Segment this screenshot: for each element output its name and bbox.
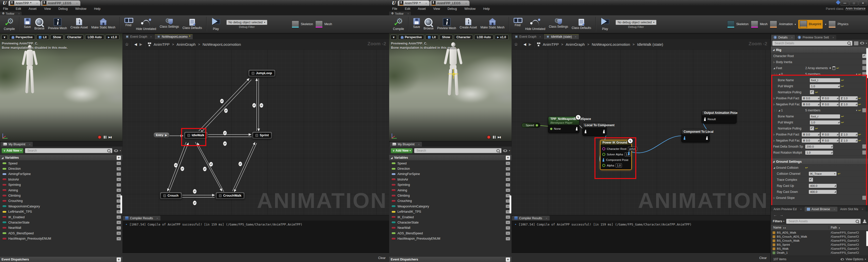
variable-row[interactable]: HasWeapon_PreviouslyENUM ~ [0,236,122,241]
mode-physics[interactable]: Physics [829,21,848,28]
close-icon[interactable]: × [834,208,835,211]
component-pose-input-pin[interactable] [602,158,604,162]
reset-to-default-icon[interactable]: ↩ [859,109,861,112]
variable-row[interactable]: Climbing ~ [389,193,512,198]
speed-variable-node[interactable]: Speed [521,123,540,128]
close-tab-icon[interactable]: × [76,2,78,5]
checkbox-unchecked[interactable] [862,196,867,200]
toolbar-button[interactable]: Hide Unrelated [523,17,547,31]
vector-z-input[interactable]: Z1.0 [840,102,858,106]
property-row-positive-pull-factor[interactable]: ▷Positive Pull Fact X0.0 Y0.0 Z1.0 ↩ [771,132,868,138]
asset-row[interactable]: BS_ADS_Walk /Game/FPS_Game/Cl [771,231,868,235]
step-forward-button[interactable]: ▶ [108,136,112,139]
show-button[interactable]: Show [51,35,63,40]
anim-graph-canvas[interactable]: ANIMATION Speed ϟ TPP_NoWeaponBlendSpace… [512,49,770,216]
array-element-header[interactable]: ⋮⋮◢0 5 members▾↩ [771,71,868,77]
variable-wave-icon[interactable]: ~ [117,226,121,230]
tab-asset-browser[interactable]: Asset Browse× [805,207,838,212]
checkbox-unchecked[interactable] [862,66,867,70]
property-row-pull-weight[interactable]: Pull Weight1.0↩ [771,119,868,125]
variable-row[interactable]: HasWeapon_PreviouslyENUM ~ [389,236,512,241]
checkbox-unchecked[interactable] [862,150,867,155]
pose-output-pin[interactable] [603,130,605,133]
property-row-ground-collision[interactable]: ◢Ground Collision↩ [771,165,868,171]
variable-wave-icon[interactable]: ~ [506,221,510,224]
variable-wave-icon[interactable]: ~ [117,237,121,240]
checkbox-unchecked[interactable] [862,144,867,149]
close-tab-icon[interactable]: × [465,2,467,5]
asset-row[interactable]: BS_Sprint /Game/FPS_Game/Cl [771,242,868,247]
step-forward-button[interactable]: ▶ [498,136,501,139]
vector-x-input[interactable]: X0.0 [802,133,820,137]
toolbar-button[interactable]: Create Asset [458,17,479,30]
add-variable-button[interactable]: + [506,156,510,160]
filters-button[interactable]: Filters▾ [773,220,784,223]
checkbox-checked[interactable] [809,178,813,182]
property-row-pull-weight[interactable]: Pull Weight1.0↩ [771,83,868,89]
perspective-button[interactable]: Perspective [398,35,424,40]
breadcrumb-noweaponlocomotion[interactable]: NoWeaponLocomotion [203,42,241,46]
variable-wave-icon[interactable]: ~ [506,162,510,165]
scrollbar-thumb[interactable] [120,195,122,214]
variable-row[interactable]: IK_Enabled ~ [0,215,122,220]
viewport-options-button[interactable]: ▾ [1,35,8,40]
person-filter-icon[interactable] [863,220,867,223]
menu-item[interactable]: View [433,7,440,10]
reset-to-default-icon[interactable]: ↩ [841,78,844,82]
mode-blueprint[interactable]: Blueprint [798,20,823,29]
variable-row[interactable]: Climbing ~ [0,193,122,198]
mode-skeleton[interactable]: Skeleton [727,21,749,28]
caret-down-icon[interactable]: ▾ [795,23,796,26]
close-tab-icon[interactable]: × [36,2,38,5]
variable-wave-icon[interactable]: ~ [506,232,510,235]
toolbar-button[interactable]: Browse [32,17,46,31]
float-output-pin[interactable] [536,124,538,126]
ray-cast-up-input[interactable]: 400.0 [809,184,837,188]
property-row-ground-slope[interactable]: ▷Ground Slope [771,195,868,201]
breadcrumb-animtpp[interactable]: AnimTPP [154,42,169,46]
mode-animation[interactable]: Animation▾ [770,21,796,28]
show-button[interactable]: Show [439,35,453,40]
variable-wave-icon[interactable]: ~ [117,221,121,224]
toolbar-button[interactable]: Make Static Mesh [89,17,117,30]
play-button[interactable]: Play [598,17,612,31]
variable-row[interactable]: CharacterState ~ [389,220,512,225]
transition-rule-icon[interactable]: ⇄ [174,163,178,167]
variables-section-header[interactable]: ◢Variables+ [0,155,122,161]
variable-wave-icon[interactable]: ~ [117,232,121,235]
tab-anim-preview-editor[interactable]: Anim Preview Ed× [771,207,804,212]
variable-row[interactable]: bIsInAir ~ [0,177,122,182]
compiler-results-tab[interactable]: Compiler Results× [123,216,160,221]
variable-wave-icon[interactable]: ~ [117,173,121,176]
close-icon[interactable]: × [539,35,541,38]
variable-wave-icon[interactable]: ~ [117,162,121,165]
variable-row[interactable]: NearWall ~ [389,225,512,231]
delete-all-icon[interactable] [833,66,835,70]
caret-down-icon[interactable]: ▾ [825,23,826,26]
reset-to-default-icon[interactable]: ↩ [859,133,861,136]
close-icon[interactable]: × [156,217,158,220]
back-arrow-icon[interactable]: ← [773,213,777,217]
output-animation-pose-node[interactable]: Output Animation Pose Result [702,110,737,123]
eye-filter-icon[interactable] [114,149,118,152]
close-icon[interactable]: × [29,143,30,146]
pose-output-pin[interactable] [706,136,708,140]
transition-rule-icon[interactable]: ⇄ [223,131,227,135]
variable-row[interactable]: Aiming ~ [389,188,512,193]
transition-rule-icon[interactable]: ⇄ [252,103,256,108]
debug-object-select[interactable]: No debug object selected▾ [616,20,656,25]
pose-input-pin[interactable] [584,130,587,133]
caret-down-icon[interactable]: ▾ [856,109,857,112]
search-input[interactable] [774,41,846,45]
variable-row[interactable]: AimingForSpine ~ [389,172,512,177]
pause-button[interactable] [493,136,495,139]
nav-back-icon[interactable]: ◀ [134,42,137,46]
forward-arrow-icon[interactable]: → [780,213,783,217]
lit-button[interactable]: Lit [36,35,49,40]
add-new-button[interactable]: +Add New▾ [1,148,24,153]
event-dispatchers-header[interactable]: Event Dispatchers+ [0,257,122,262]
column-name[interactable]: Name▲▲ [771,226,829,229]
variable-wave-icon[interactable]: ~ [117,178,121,181]
vector-x-input[interactable]: X0.0 [802,102,820,106]
variable-row[interactable]: Aiming ~ [0,188,122,193]
